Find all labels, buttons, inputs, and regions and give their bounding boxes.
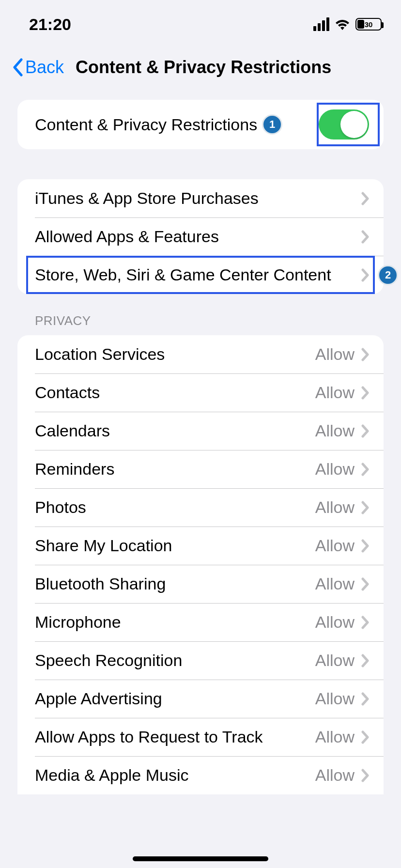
row-label: Apple Advertising <box>35 689 315 708</box>
content-privacy-toggle-row[interactable]: Content & Privacy Restrictions 1 <box>17 100 384 149</box>
chevron-right-icon <box>361 501 369 514</box>
row-label: Allowed Apps & Features <box>35 227 361 246</box>
back-button[interactable]: Back <box>12 57 64 78</box>
chevron-right-icon <box>361 730 369 744</box>
chevron-right-icon <box>361 616 369 629</box>
row-label: Share My Location <box>35 536 315 555</box>
row-itunes-appstore[interactable]: iTunes & App Store Purchases <box>17 179 384 217</box>
row-label: iTunes & App Store Purchases <box>35 189 361 208</box>
toggle-switch[interactable] <box>319 109 369 140</box>
page-title: Content & Privacy Restrictions <box>76 57 331 78</box>
content-group: iTunes & App Store Purchases Allowed App… <box>17 179 384 294</box>
row-value: Allow <box>315 536 355 555</box>
row-label: Calendars <box>35 421 315 440</box>
row-value: Allow <box>315 728 355 746</box>
chevron-right-icon <box>361 577 369 591</box>
privacy-section-header: PRIVACY <box>0 313 401 335</box>
privacy-row-apple-advertising[interactable]: Apple AdvertisingAllow <box>17 680 384 718</box>
annotation-badge-2: 2 <box>378 265 398 285</box>
privacy-row-location-services[interactable]: Location ServicesAllow <box>17 335 384 373</box>
privacy-row-allow-apps-to-request-to-track[interactable]: Allow Apps to Request to TrackAllow <box>17 718 384 756</box>
cellular-signal-icon <box>313 17 329 31</box>
chevron-right-icon <box>361 692 369 706</box>
chevron-right-icon <box>361 230 369 244</box>
row-label: Speech Recognition <box>35 651 315 670</box>
chevron-right-icon <box>361 386 369 400</box>
chevron-right-icon <box>361 424 369 438</box>
row-label: Store, Web, Siri & Game Center Content <box>35 265 361 284</box>
toggle-label: Content & Privacy Restrictions <box>35 115 257 134</box>
chevron-right-icon <box>361 192 369 205</box>
privacy-row-microphone[interactable]: MicrophoneAllow <box>17 603 384 641</box>
row-allowed-apps[interactable]: Allowed Apps & Features <box>17 217 384 256</box>
row-value: Allow <box>315 574 355 593</box>
row-value: Allow <box>315 383 355 402</box>
row-value: Allow <box>315 613 355 632</box>
chevron-right-icon <box>361 268 369 282</box>
privacy-row-speech-recognition[interactable]: Speech RecognitionAllow <box>17 641 384 680</box>
row-label: Microphone <box>35 613 315 632</box>
status-bar: 21:20 30 <box>0 0 401 48</box>
privacy-row-media-apple-music[interactable]: Media & Apple MusicAllow <box>17 756 384 794</box>
row-label: Allow Apps to Request to Track <box>35 728 315 746</box>
status-time: 21:20 <box>29 15 71 34</box>
row-value: Allow <box>315 766 355 785</box>
row-value: Allow <box>315 498 355 517</box>
home-indicator[interactable] <box>133 856 268 861</box>
privacy-row-share-my-location[interactable]: Share My LocationAllow <box>17 527 384 565</box>
row-value: Allow <box>315 460 355 479</box>
row-label: Reminders <box>35 460 315 479</box>
row-label: Photos <box>35 498 315 517</box>
wifi-icon <box>334 18 351 31</box>
battery-icon: 30 <box>355 18 382 31</box>
status-right: 30 <box>313 17 382 31</box>
privacy-row-bluetooth-sharing[interactable]: Bluetooth SharingAllow <box>17 565 384 603</box>
chevron-right-icon <box>361 769 369 782</box>
annotation-badge-1: 1 <box>262 114 282 135</box>
row-label: Media & Apple Music <box>35 766 315 785</box>
chevron-right-icon <box>361 348 369 361</box>
privacy-row-calendars[interactable]: CalendarsAllow <box>17 412 384 450</box>
privacy-row-reminders[interactable]: RemindersAllow <box>17 450 384 488</box>
chevron-right-icon <box>361 654 369 667</box>
row-label: Contacts <box>35 383 315 402</box>
toggle-group: Content & Privacy Restrictions 1 <box>17 100 384 149</box>
privacy-row-photos[interactable]: PhotosAllow <box>17 488 384 527</box>
row-value: Allow <box>315 651 355 670</box>
chevron-right-icon <box>361 539 369 553</box>
row-value: Allow <box>315 421 355 440</box>
privacy-group: Location ServicesAllowContactsAllowCalen… <box>17 335 384 794</box>
back-label: Back <box>25 57 64 78</box>
nav-bar: Back Content & Privacy Restrictions <box>0 48 401 91</box>
row-value: Allow <box>315 689 355 708</box>
row-label: Bluetooth Sharing <box>35 574 315 593</box>
row-value: Allow <box>315 345 355 364</box>
row-store-web-siri-gamecenter[interactable]: Store, Web, Siri & Game Center Content 2 <box>17 256 384 294</box>
row-label: Location Services <box>35 345 315 364</box>
privacy-row-contacts[interactable]: ContactsAllow <box>17 373 384 412</box>
chevron-left-icon <box>12 58 23 77</box>
chevron-right-icon <box>361 463 369 476</box>
